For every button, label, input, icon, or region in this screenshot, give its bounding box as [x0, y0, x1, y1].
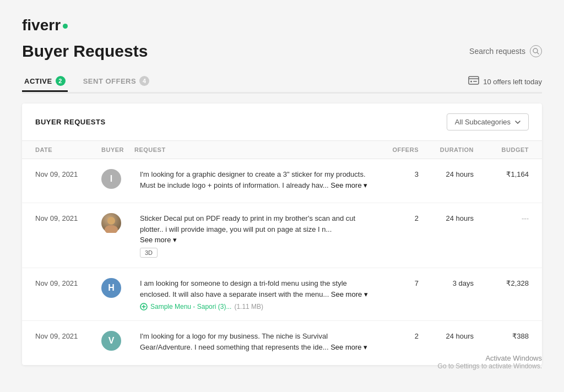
- row3-offers: 7: [375, 278, 419, 287]
- offers-icon: [468, 76, 479, 88]
- row3-see-more[interactable]: See more ▾: [331, 290, 368, 298]
- row1-budget: ₹1,164: [474, 169, 529, 178]
- row3-attachment-size: (1.11 MB): [234, 303, 263, 311]
- row3-date: Nov 09, 2021: [35, 278, 101, 287]
- table-header: DATE BUYER REQUEST OFFERS DURATION BUDGE…: [22, 141, 542, 159]
- row2-offers: 2: [375, 213, 419, 222]
- row4-see-more[interactable]: See more ▾: [330, 343, 367, 351]
- tab-divider: [22, 92, 542, 94]
- offers-left: 10 offers left today: [468, 76, 542, 88]
- avatar: V: [101, 331, 121, 351]
- search-label: Search requests: [469, 47, 525, 56]
- subcategory-label: All Subcategories: [455, 118, 511, 126]
- col-buyer: BUYER: [101, 146, 134, 153]
- table-row: Nov 09, 2021 H I am looking for someone …: [22, 268, 542, 321]
- row2-duration: 24 hours: [419, 213, 474, 222]
- search-icon: [530, 45, 542, 57]
- offers-left-text: 10 offers left today: [483, 78, 542, 86]
- tabs-row: ACTIVE 2 SENT OFFERS 4 10 offers left to…: [22, 72, 542, 92]
- page-wrapper: fiverr Buyer Requests Search requests AC…: [0, 0, 564, 392]
- tab-active-badge: 2: [56, 76, 66, 86]
- svg-line-1: [538, 53, 539, 55]
- col-budget: BUDGET: [474, 146, 529, 153]
- table-row: Nov 09, 2021 I I'm looking for a graphic…: [22, 159, 542, 203]
- avatar: I: [101, 169, 121, 189]
- col-date: DATE: [35, 146, 101, 153]
- row3-attachment-name: Sample Menu - Sapori (3)...: [150, 303, 231, 311]
- avatar: [101, 213, 121, 233]
- svg-point-5: [107, 217, 115, 225]
- tab-sent-offers-badge: 4: [139, 76, 149, 86]
- row3-duration: 3 days: [419, 278, 474, 287]
- row2-date: Nov 09, 2021: [35, 213, 101, 222]
- windows-watermark: Activate Windows Go to Settings to activ…: [438, 354, 542, 370]
- tab-sent-offers[interactable]: SENT OFFERS 4: [81, 72, 152, 92]
- svg-rect-4: [473, 81, 477, 82]
- row4-offers: 2: [375, 331, 419, 340]
- row4-budget: ₹388: [474, 331, 529, 340]
- logo-dot: [63, 24, 68, 29]
- watermark-title: Activate Windows: [438, 354, 542, 362]
- avatar: H: [101, 278, 121, 298]
- card-header: BUYER REQUESTS All Subcategories: [22, 104, 542, 141]
- table-row: Nov 09, 2021 Sticker Decal put on PDF re…: [22, 203, 542, 268]
- row3-avatar: H: [101, 278, 134, 298]
- fiverr-logo: fiverr: [22, 17, 542, 34]
- search-requests-button[interactable]: Search requests: [469, 45, 542, 57]
- svg-rect-2: [469, 77, 479, 84]
- row1-offers: 3: [375, 169, 419, 178]
- row4-avatar: V: [101, 331, 134, 351]
- tab-sent-offers-label: SENT OFFERS: [83, 77, 137, 85]
- col-offers: OFFERS: [375, 146, 419, 153]
- row1-avatar: I: [101, 169, 134, 189]
- row4-request-text: I'm looking for a logo for my business. …: [140, 332, 330, 351]
- watermark-subtitle: Go to Settings to activate Windows.: [438, 362, 542, 370]
- card-title: BUYER REQUESTS: [35, 118, 106, 126]
- row2-avatar: [101, 213, 134, 233]
- row3-attachment[interactable]: Sample Menu - Sapori (3)... (1.11 MB): [140, 303, 369, 311]
- row1-request-cell: I'm looking for a graphic designer to cr…: [134, 169, 375, 190]
- logo-text: fiverr: [22, 17, 61, 34]
- row2-request-text: Sticker Decal put on PDF ready to print …: [140, 214, 355, 233]
- col-request: REQUEST: [134, 146, 375, 153]
- row1-date: Nov 09, 2021: [35, 169, 101, 178]
- row3-request-cell: I am looking for someone to design a tri…: [134, 278, 375, 311]
- row3-request-text: I am looking for someone to design a tri…: [140, 279, 347, 298]
- row2-budget: ---: [474, 213, 529, 222]
- row4-duration: 24 hours: [419, 331, 474, 340]
- svg-point-0: [533, 48, 538, 53]
- tab-active-label: ACTIVE: [24, 77, 52, 85]
- row4-request-cell: I'm looking for a logo for my business. …: [134, 331, 375, 352]
- row3-budget: ₹2,328: [474, 278, 529, 287]
- row1-duration: 24 hours: [419, 169, 474, 178]
- main-card: BUYER REQUESTS All Subcategories DATE BU…: [22, 104, 542, 365]
- page-header: Buyer Requests Search requests: [22, 42, 542, 61]
- svg-point-6: [105, 225, 118, 233]
- col-duration: DURATION: [419, 146, 474, 153]
- svg-point-3: [470, 81, 472, 83]
- tab-active[interactable]: ACTIVE 2: [22, 72, 68, 92]
- row2-tag: 3D: [140, 248, 158, 258]
- page-title: Buyer Requests: [22, 42, 148, 61]
- tabs: ACTIVE 2 SENT OFFERS 4: [22, 72, 165, 92]
- row2-request-cell: Sticker Decal put on PDF ready to print …: [134, 213, 375, 258]
- row4-date: Nov 09, 2021: [35, 331, 101, 340]
- row2-see-more[interactable]: See more ▾: [140, 236, 177, 244]
- subcategory-dropdown[interactable]: All Subcategories: [447, 113, 529, 130]
- row1-see-more[interactable]: See more ▾: [330, 181, 367, 189]
